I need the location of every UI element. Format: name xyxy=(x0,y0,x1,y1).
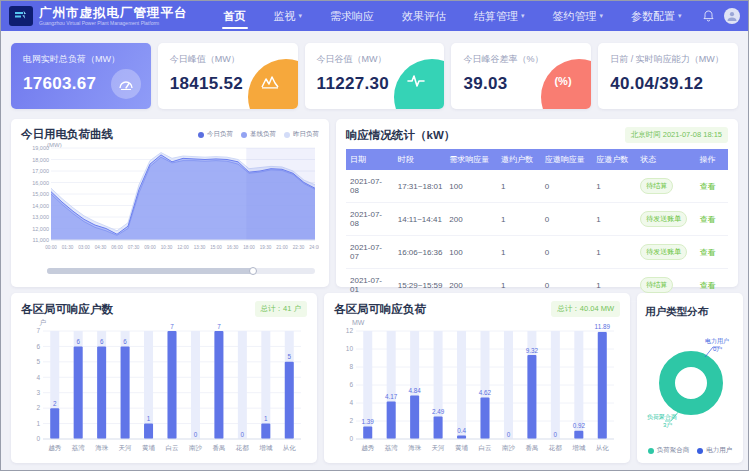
slider-selected-range[interactable] xyxy=(47,268,253,274)
nav-item-5[interactable]: 结算管理▾ xyxy=(460,1,539,31)
main-nav: 首页监视▾需求响应效果评估结算管理▾签约管理▾参数配置▾ xyxy=(210,1,696,31)
kpi-card-5[interactable]: 日前 / 实时响应能力（MW）40.04/39.12 xyxy=(598,43,738,109)
demand-cell: 100 xyxy=(445,170,497,203)
nav-item-label: 效果评估 xyxy=(402,9,446,24)
chevron-down-icon: ▾ xyxy=(678,12,682,20)
response-table-header: 日期时段需求响应量邀约户数应邀响应量应邀户数状态操作 xyxy=(346,149,728,170)
svg-text:0户: 0户 xyxy=(713,345,722,352)
svg-text:10: 10 xyxy=(346,345,354,352)
nav-item-4[interactable]: 效果评估 xyxy=(388,1,460,31)
svg-text:13,000: 13,000 xyxy=(32,214,49,220)
demand-cell: 200 xyxy=(445,203,497,236)
status-cell: 待发送账单 xyxy=(636,236,695,269)
svg-text:12:00: 12:00 xyxy=(177,245,189,250)
nav-item-2[interactable]: 监视▾ xyxy=(260,1,317,31)
svg-text:4.62: 4.62 xyxy=(479,389,492,396)
response-table: 日期时段需求响应量邀约户数应邀响应量应邀户数状态操作 2021-07-0817:… xyxy=(346,149,728,302)
households-bar-chart: 户012345672越秀6荔湾6海珠6天河1黄埔7白云0南沙7番禺0花都1增城5… xyxy=(21,317,307,459)
invited-cell: 1 xyxy=(497,203,541,236)
households-panel: 各区局可响应户数 总计：41 户 户012345672越秀6荔湾6海珠6天河1黄… xyxy=(11,293,317,463)
middle-row: 今日用电负荷曲线 今日负荷基线负荷昨日负荷 (MW)11,00012,00013… xyxy=(11,119,738,287)
view-link[interactable]: 查看 xyxy=(699,281,715,290)
legend-label: 昨日负荷 xyxy=(293,130,319,139)
data-zoom-slider[interactable] xyxy=(47,267,315,275)
svg-text:18:00: 18:00 xyxy=(243,245,255,250)
svg-text:1.39: 1.39 xyxy=(362,418,375,425)
svg-text:越秀: 越秀 xyxy=(48,444,62,452)
kpi-card-1[interactable]: 电网实时总负荷（MW）17603.67 xyxy=(11,43,151,109)
column-header-4: 邀约户数 xyxy=(497,149,541,170)
kpi-card-4[interactable]: 今日峰谷差率（%）39.03(%) xyxy=(451,43,591,109)
app-window: 广州市虚拟电厂管理平台 Guangzhou Virtual Power Plan… xyxy=(0,0,749,471)
svg-text:0: 0 xyxy=(554,431,558,438)
bottom-row: 各区局可响应户数 总计：41 户 户012345672越秀6荔湾6海珠6天河1黄… xyxy=(11,293,738,463)
svg-text:黄埔: 黄埔 xyxy=(455,444,469,452)
svg-text:番禺: 番禺 xyxy=(212,444,225,452)
svg-text:8: 8 xyxy=(349,363,353,370)
status-badge: 待结算 xyxy=(640,277,673,293)
legend-dot-icon xyxy=(284,132,290,138)
svg-text:1: 1 xyxy=(36,420,40,427)
svg-text:0.92: 0.92 xyxy=(573,422,586,429)
top-nav-bar: 广州市虚拟电厂管理平台 Guangzhou Virtual Power Plan… xyxy=(1,1,748,31)
kpi-card-2[interactable]: 今日峰值（MW）18415.52 xyxy=(158,43,298,109)
logo-glyph-icon xyxy=(14,10,28,22)
percent-icon: (%) xyxy=(541,59,591,109)
nav-item-3[interactable]: 需求响应 xyxy=(316,1,388,31)
svg-text:04:30: 04:30 xyxy=(95,245,107,250)
kpi-card-3[interactable]: 今日谷值（MW）11227.30 xyxy=(305,43,445,109)
user-type-donut-chart: 电力用户0户负荷聚合商3户 xyxy=(645,321,735,439)
donut-legend-item-1[interactable]: 负荷聚合商 xyxy=(648,446,690,455)
table-row: 2021-07-0814:11~14:41200101待发送账单查看 xyxy=(346,203,728,236)
svg-text:户: 户 xyxy=(39,319,46,326)
svg-text:MW: MW xyxy=(352,319,365,326)
response-stats-panel: 响应情况统计（kW） 北京时间 2021-07-08 18:15 日期时段需求响… xyxy=(336,119,738,287)
svg-text:7: 7 xyxy=(170,323,174,330)
svg-text:7: 7 xyxy=(36,327,40,334)
nav-item-7[interactable]: 参数配置▾ xyxy=(617,1,696,31)
svg-text:06:00: 06:00 xyxy=(111,245,123,250)
user-avatar[interactable] xyxy=(724,8,740,24)
legend-label: 电力用户 xyxy=(706,446,732,455)
svg-text:番禺: 番禺 xyxy=(525,444,538,452)
table-row: 2021-07-0817:31~18:01100101待结算查看 xyxy=(346,170,728,203)
status-badge: 待发送账单 xyxy=(640,211,687,227)
svg-text:花都: 花都 xyxy=(548,444,563,452)
legend-item-1[interactable]: 今日负荷 xyxy=(198,130,233,139)
invited-cell: 1 xyxy=(497,236,541,269)
view-link[interactable]: 查看 xyxy=(699,215,715,224)
bell-icon[interactable] xyxy=(703,10,714,22)
svg-text:2: 2 xyxy=(349,417,353,424)
legend-label: 负荷聚合商 xyxy=(657,446,690,455)
svg-text:2: 2 xyxy=(53,400,57,407)
legend-item-2[interactable]: 基线负荷 xyxy=(241,130,276,139)
svg-text:荔湾: 荔湾 xyxy=(72,444,86,452)
svg-text:0: 0 xyxy=(36,435,40,442)
load-capacity-title: 各区局可响应负荷 xyxy=(334,302,426,317)
user-type-panel: 用户类型分布 电力用户0户负荷聚合商3户 负荷聚合商电力用户 xyxy=(637,293,743,463)
svg-text:从化: 从化 xyxy=(596,444,610,452)
column-header-8: 操作 xyxy=(695,149,728,170)
svg-text:19:30: 19:30 xyxy=(260,245,272,250)
svg-text:12,000: 12,000 xyxy=(32,226,49,232)
households-title: 各区局可响应户数 xyxy=(21,302,113,317)
user-type-legend: 负荷聚合商电力用户 xyxy=(637,446,743,455)
view-link[interactable]: 查看 xyxy=(699,248,715,257)
svg-text:增城: 增城 xyxy=(258,444,273,452)
nav-item-label: 结算管理 xyxy=(474,9,518,24)
column-header-2: 时段 xyxy=(394,149,446,170)
donut-legend-item-2[interactable]: 电力用户 xyxy=(697,446,732,455)
legend-item-3[interactable]: 昨日负荷 xyxy=(284,130,319,139)
peak-chart-icon xyxy=(248,59,298,109)
responded_amount-cell: 0 xyxy=(541,170,593,203)
view-link[interactable]: 查看 xyxy=(699,182,715,191)
svg-text:24:00: 24:00 xyxy=(309,245,319,250)
svg-text:9.32: 9.32 xyxy=(526,347,539,354)
page-title: 广州市虚拟电厂管理平台 xyxy=(39,7,188,20)
svg-text:15:00: 15:00 xyxy=(210,245,222,250)
user-type-title: 用户类型分布 xyxy=(645,305,708,317)
nav-item-6[interactable]: 签约管理▾ xyxy=(539,1,618,31)
nav-item-1[interactable]: 首页 xyxy=(210,1,260,31)
header-actions xyxy=(703,8,740,24)
chevron-down-icon: ▾ xyxy=(600,12,604,20)
